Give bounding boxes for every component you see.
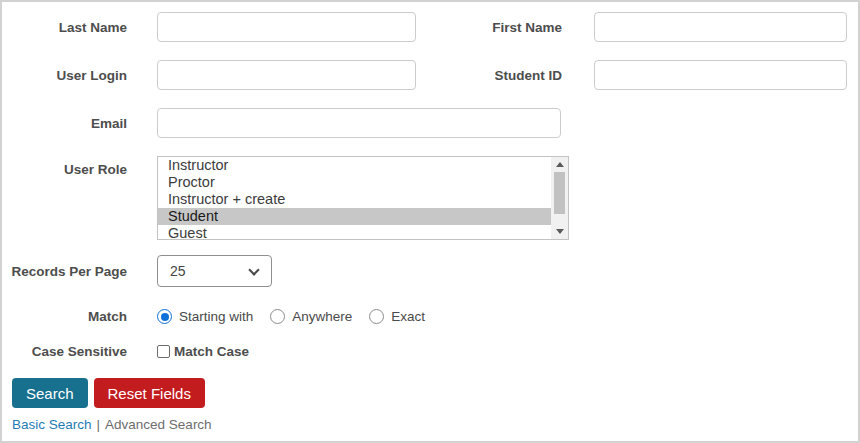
row-match: Match Starting with Anywhere Exact [2,309,858,324]
email-input[interactable] [157,108,561,138]
user-role-listbox[interactable]: Instructor Proctor Instructor + create S… [157,156,569,240]
records-per-page-value: 25 [170,263,186,279]
match-radio-exact[interactable]: Exact [369,309,425,324]
row-user-role: User Role Instructor Proctor Instructor … [2,156,858,240]
user-role-option-instructor-create[interactable]: Instructor + create [158,191,568,208]
user-search-form: Last Name First Name User Login Student … [0,0,860,443]
case-sensitive-label: Case Sensitive [2,344,127,359]
last-name-label: Last Name [2,20,127,35]
reset-fields-button[interactable]: Reset Fields [94,378,205,408]
listbox-scrollbar[interactable] [551,157,568,239]
student-id-input[interactable] [594,60,847,90]
match-case-checkbox-wrap[interactable]: Match Case [157,344,249,359]
row-login-fields: User Login Student ID [2,60,858,90]
row-case-sensitive: Case Sensitive Match Case [2,344,858,359]
last-name-input[interactable] [157,12,416,42]
chevron-down-icon [248,264,259,275]
radio-unselected-icon [369,309,384,324]
records-per-page-label: Records Per Page [2,264,127,279]
radio-unselected-icon [270,309,285,324]
match-label: Match [2,309,127,324]
basic-search-link[interactable]: Basic Search [12,417,92,432]
search-button[interactable]: Search [12,378,88,408]
advanced-search-link[interactable]: Advanced Search [105,417,212,432]
match-radio-anywhere[interactable]: Anywhere [270,309,352,324]
row-name-fields: Last Name First Name [2,12,858,42]
user-role-option-proctor[interactable]: Proctor [158,174,568,191]
link-separator: | [97,417,101,432]
scrollbar-thumb[interactable] [554,172,565,214]
user-role-option-instructor[interactable]: Instructor [158,157,568,174]
user-login-label: User Login [2,68,127,83]
row-email: Email [2,108,858,138]
first-name-input[interactable] [594,12,847,42]
student-id-label: Student ID [416,68,562,83]
checkbox-unchecked-icon [157,345,170,358]
match-radio-group: Starting with Anywhere Exact [157,309,442,324]
user-role-option-guest[interactable]: Guest [158,225,568,240]
scrollbar-up-arrow-icon[interactable] [551,157,568,172]
scrollbar-down-arrow-icon[interactable] [551,224,568,239]
user-role-label: User Role [2,156,127,177]
search-mode-links: Basic Search | Advanced Search [12,417,858,432]
user-login-input[interactable] [157,60,416,90]
button-row: Search Reset Fields [12,378,858,408]
match-case-label: Match Case [174,344,249,359]
match-radio-starting-with[interactable]: Starting with [157,309,253,324]
row-records-per-page: Records Per Page 25 [2,255,858,287]
radio-selected-icon [157,309,172,324]
email-label: Email [2,116,127,131]
records-per-page-select[interactable]: 25 [157,255,272,287]
user-role-option-student[interactable]: Student [158,208,568,225]
first-name-label: First Name [416,20,562,35]
